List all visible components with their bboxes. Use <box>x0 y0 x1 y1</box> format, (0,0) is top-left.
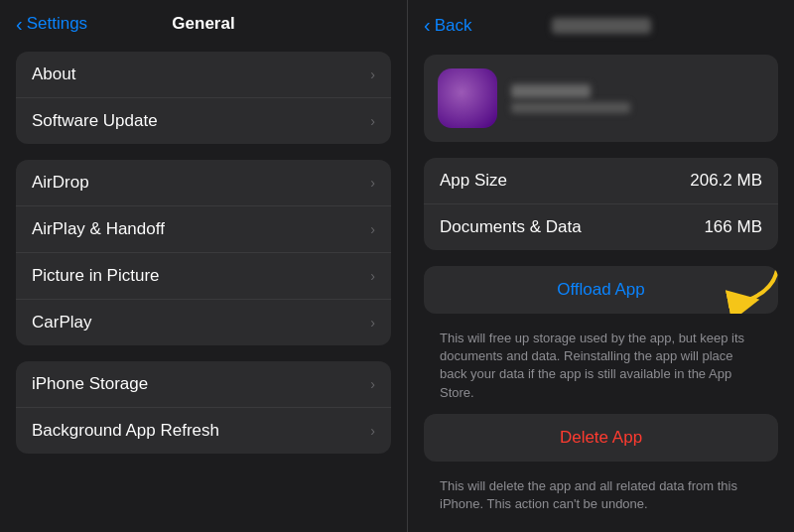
sidebar-item-software-update[interactable]: Software Update › <box>16 98 391 144</box>
sidebar-item-carplay[interactable]: CarPlay › <box>16 300 391 345</box>
about-label: About <box>32 65 75 84</box>
app-icon <box>438 68 497 128</box>
sidebar-item-airplay-handoff[interactable]: AirPlay & Handoff › <box>16 206 391 253</box>
carplay-chevron-icon: › <box>370 315 375 331</box>
airdrop-chevron-icon: › <box>370 175 375 191</box>
settings-back-link[interactable]: ‹ Settings <box>16 13 87 36</box>
software-update-label: Software Update <box>32 111 158 131</box>
sidebar-item-about[interactable]: About › <box>16 52 391 98</box>
picture-in-picture-label: Picture in Picture <box>32 266 160 286</box>
left-content: About › Software Update › AirDrop › AirP… <box>0 44 407 532</box>
offload-group: Offload App <box>424 266 778 314</box>
sidebar-item-airdrop[interactable]: AirDrop › <box>16 160 391 206</box>
settings-group-3: iPhone Storage › Background App Refresh … <box>16 361 391 454</box>
sidebar-item-iphone-storage[interactable]: iPhone Storage › <box>16 361 391 408</box>
right-back-link[interactable]: ‹ Back <box>424 14 471 37</box>
right-back-chevron-icon: ‹ <box>424 14 431 37</box>
left-panel: ‹ Settings General About › Software Upda… <box>0 0 407 532</box>
app-size-value: 206.2 MB <box>690 171 762 191</box>
iphone-storage-label: iPhone Storage <box>32 374 148 394</box>
right-header: ‹ Back <box>408 0 794 47</box>
airplay-chevron-icon: › <box>370 221 375 237</box>
offload-app-label: Offload App <box>557 280 645 300</box>
delete-app-button[interactable]: Delete App <box>424 414 778 462</box>
app-subtitle-blurred <box>511 102 630 113</box>
settings-group-2: AirDrop › AirPlay & Handoff › Picture in… <box>16 160 391 345</box>
app-info-card <box>424 55 778 142</box>
left-header: ‹ Settings General <box>0 0 407 44</box>
offload-app-button[interactable]: Offload App <box>424 266 778 314</box>
background-app-refresh-label: Background App Refresh <box>32 421 219 441</box>
app-size-label: App Size <box>440 171 507 191</box>
app-title-blurred <box>552 18 651 34</box>
back-chevron-icon: ‹ <box>16 13 23 36</box>
documents-value: 166 MB <box>704 217 762 237</box>
iphone-storage-chevron-icon: › <box>370 376 375 392</box>
sidebar-item-picture-in-picture[interactable]: Picture in Picture › <box>16 253 391 300</box>
airplay-handoff-label: AirPlay & Handoff <box>32 219 165 239</box>
sidebar-item-background-app-refresh[interactable]: Background App Refresh › <box>16 408 391 454</box>
documents-label: Documents & Data <box>440 217 582 237</box>
right-back-label: Back <box>435 16 472 36</box>
offload-description: This will free up storage used by the ap… <box>424 324 778 414</box>
documents-data-item: Documents & Data 166 MB <box>424 204 778 250</box>
back-label: Settings <box>27 14 87 34</box>
right-content: App Size 206.2 MB Documents & Data 166 M… <box>408 47 794 532</box>
delete-group: Delete App <box>424 414 778 462</box>
airdrop-label: AirDrop <box>32 173 89 193</box>
about-chevron-icon: › <box>370 66 375 82</box>
page-title: General <box>172 14 234 34</box>
delete-description: This will delete the app and all related… <box>424 471 778 525</box>
app-name-blurred <box>511 84 591 98</box>
software-update-chevron-icon: › <box>370 113 375 129</box>
settings-group-1: About › Software Update › <box>16 52 391 144</box>
storage-group: App Size 206.2 MB Documents & Data 166 M… <box>424 158 778 250</box>
app-info-text <box>511 84 630 113</box>
right-panel: ‹ Back App Size 206.2 MB Documents & Dat… <box>407 0 794 532</box>
carplay-label: CarPlay <box>32 313 91 332</box>
background-app-refresh-chevron-icon: › <box>370 423 375 439</box>
app-size-item: App Size 206.2 MB <box>424 158 778 204</box>
delete-app-label: Delete App <box>560 428 642 448</box>
pip-chevron-icon: › <box>370 268 375 284</box>
